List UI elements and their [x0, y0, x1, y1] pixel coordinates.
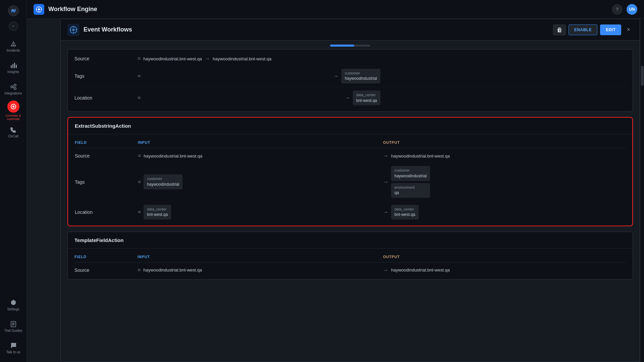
equals-icon: = [138, 209, 141, 215]
sidebar-item-trial-label: Trial Guides [4, 329, 22, 333]
tf-field-source: Source [74, 267, 135, 273]
ew-body: Source = haywoodindustrial.bnt-west.qa →… [61, 41, 640, 362]
svg-rect-2 [12, 64, 13, 68]
es-source-output-val: haywoodindustrial.bnt-west.qa [391, 154, 450, 159]
arrow-icon: → [383, 209, 388, 215]
table-row: Tags = → customer haywoodindustrial [74, 65, 626, 87]
es-source-output: → haywoodindustrial.bnt-west.qa [383, 153, 626, 159]
svg-rect-3 [14, 63, 15, 68]
table-header: FIELD INPUT OUTPUT [75, 137, 626, 148]
sidebar-item-insights[interactable]: Insights [3, 58, 23, 78]
source-input-value: haywoodindustrial.bnt-west.qa [143, 56, 202, 61]
app-logo [7, 4, 20, 17]
chip: environment qa [391, 183, 430, 198]
source-output-value: haywoodindustrial.bnt-west.qa [213, 56, 271, 61]
template-field-table: FIELD INPUT OUTPUT Source = haywoodindus… [68, 249, 633, 279]
top-bar-right: ? UN [612, 4, 637, 15]
tf-source-input: = haywoodindustrial.bnt-west.qa [138, 267, 380, 273]
equals-icon: = [138, 95, 141, 101]
tf-source-output-val: haywoodindustrial.bnt-west.qa [391, 267, 450, 273]
sidebar-item-settings[interactable]: Settings [3, 295, 23, 315]
arrow-icon: → [333, 73, 339, 79]
sidebar-item-incidents-label: Incidents [6, 49, 20, 52]
sidebar-item-talk[interactable]: Talk to us [3, 338, 23, 358]
chip: data_center bnt-west.qa [353, 90, 380, 105]
col-input: INPUT [138, 255, 380, 259]
sidebar-collapse-button[interactable]: › [9, 21, 18, 31]
progress-bar-fill [330, 45, 354, 47]
es-source-input-val: haywoodindustrial.bnt-west.qa [144, 154, 202, 159]
correlate-icon [7, 101, 19, 113]
ew-actions: ENABLE EDIT × [553, 24, 633, 35]
es-source-input: = haywoodindustrial.bnt-west.qa [138, 153, 380, 159]
svg-rect-1 [11, 65, 12, 68]
chip: customer haywoodindustrial [341, 69, 380, 83]
es-location-input: = data_center bnt-west.qa [138, 205, 380, 220]
es-tags-output-chips: customer haywoodindustrial environment q… [391, 166, 430, 197]
svg-point-23 [72, 28, 75, 31]
svg-point-17 [38, 8, 40, 10]
table-row: Location = data_center bnt-west.qa → [75, 201, 626, 223]
main-content: Workflow Engine ? UN [27, 0, 644, 362]
equals-icon: = [138, 73, 141, 79]
col-input: INPUT [138, 140, 380, 144]
sidebar-item-oncall[interactable]: OnCall [3, 122, 23, 142]
svg-point-0 [8, 5, 19, 16]
es-field-location: Location [75, 209, 135, 215]
sidebar-item-correlate-label: Correlate & Automate [3, 114, 23, 121]
svg-line-8 [13, 85, 14, 86]
edit-button[interactable]: EDIT [600, 24, 621, 35]
equals-icon: = [138, 267, 141, 273]
arrow-icon: → [205, 56, 210, 62]
workflow-engine-icon [34, 4, 44, 15]
es-field-source: Source [75, 153, 135, 159]
equals-icon: = [138, 153, 141, 159]
es-field-tags: Tags [75, 179, 135, 185]
location-input-cell: = → data_center bnt-west.qa [138, 90, 380, 105]
field-tags-label: Tags [74, 73, 135, 79]
user-avatar[interactable]: UN [627, 4, 637, 15]
chip: data_center bnt-west.qa [391, 205, 419, 220]
table-row: Source = haywoodindustrial.bnt-west.qa →… [74, 52, 626, 65]
ew-title: Event Workflows [84, 26, 132, 33]
sidebar-item-talk-label: Talk to us [6, 350, 20, 354]
es-tags-output: → customer haywoodindustrial environment… [383, 166, 626, 197]
progress-bar [330, 45, 370, 47]
sidebar-item-integrations[interactable]: Integrations [3, 79, 23, 99]
template-field-block: TemplateFieldAction FIELD INPUT OUTPUT S… [67, 232, 633, 280]
extract-substring-title: ExtractSubstringAction [68, 118, 632, 134]
extract-substring-block: ExtractSubstringAction FIELD INPUT OUTPU… [67, 117, 633, 226]
arrow-icon: → [383, 267, 388, 273]
field-location-label: Location [74, 95, 135, 101]
tf-source-output: → haywoodindustrial.bnt-west.qa [383, 267, 626, 273]
svg-point-7 [14, 87, 16, 89]
chip: data_center bnt-west.qa [144, 205, 171, 220]
svg-point-5 [11, 86, 13, 88]
svg-rect-4 [16, 65, 17, 68]
table-header: FIELD INPUT OUTPUT [74, 251, 626, 262]
enable-button[interactable]: ENABLE [569, 24, 597, 35]
col-output: OUTPUT [383, 255, 626, 259]
help-button[interactable]: ? [612, 4, 623, 15]
svg-point-11 [12, 106, 14, 108]
sidebar-item-incidents[interactable]: Incidents [3, 36, 23, 56]
close-button[interactable]: × [624, 26, 633, 33]
extract-substring-table: FIELD INPUT OUTPUT Source = haywoodindus… [68, 134, 632, 226]
scrollbar-track[interactable] [640, 19, 644, 362]
delete-button[interactable] [553, 24, 566, 35]
tf-source-input-val: haywoodindustrial.bnt-west.qa [143, 267, 202, 273]
sidebar-item-correlate[interactable]: Correlate & Automate [3, 101, 23, 121]
table-row: Location = → data_center bnt-west.qa [74, 87, 626, 109]
field-source-label: Source [74, 56, 135, 61]
chip: customer haywoodindustrial [144, 174, 182, 189]
tags-input-cell: = → customer haywoodindustrial [138, 69, 380, 83]
es-location-output-chips: data_center bnt-west.qa [391, 205, 419, 220]
sidebar-item-trial-guides[interactable]: Trial Guides [3, 316, 23, 337]
arrow-icon: → [345, 95, 350, 101]
sidebar: › Incidents Insights Integrations Correl… [0, 0, 27, 362]
svg-line-9 [13, 87, 14, 88]
table-row: Source = haywoodindustrial.bnt-west.qa →… [74, 264, 626, 277]
scrollbar-thumb[interactable] [641, 66, 644, 86]
sidebar-item-oncall-label: OnCall [8, 134, 18, 138]
template-field-title: TemplateFieldAction [68, 232, 633, 249]
